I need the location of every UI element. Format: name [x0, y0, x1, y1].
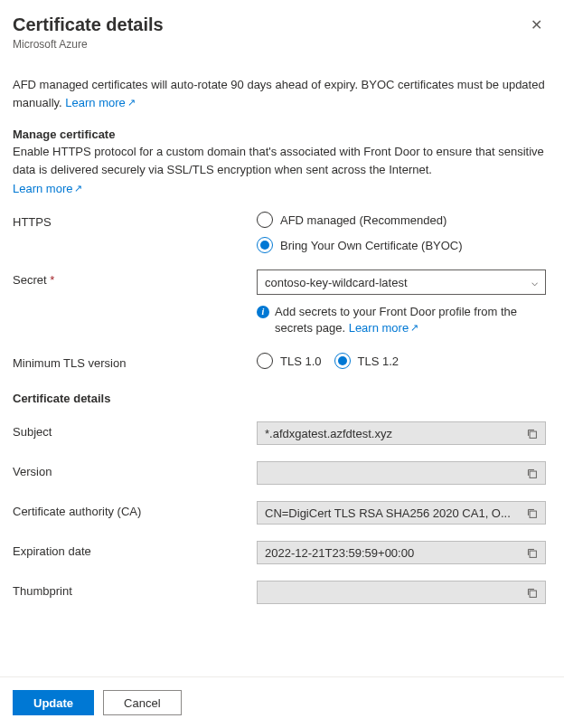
info-icon: i — [257, 306, 269, 318]
ca-field: CN=DigiCert TLS RSA SHA256 2020 CA1, O..… — [257, 501, 546, 525]
svg-rect-0 — [530, 431, 536, 438]
close-icon: ✕ — [531, 17, 542, 33]
copy-button[interactable] — [526, 468, 538, 479]
manage-learn-more-link[interactable]: Learn more↗ — [13, 182, 82, 195]
secret-label: Secret * — [13, 269, 257, 287]
https-label: HTTPS — [13, 212, 257, 229]
svg-rect-1 — [530, 471, 536, 477]
ca-value: CN=DigiCert TLS RSA SHA256 2020 CA1, O..… — [265, 506, 511, 520]
radio-label: AFD managed (Recommended) — [280, 213, 446, 227]
intro-learn-more-link[interactable]: Learn more↗ — [65, 96, 135, 109]
secret-value: contoso-key-wildcard-latest — [265, 276, 408, 289]
svg-rect-3 — [530, 551, 536, 557]
radio-label: TLS 1.0 — [280, 355, 322, 368]
manage-certificate-desc: Enable HTTPS protocol for a custom domai… — [13, 143, 546, 178]
update-button[interactable]: Update — [13, 690, 94, 715]
intro-description: AFD managed certificates will auto-rotat… — [13, 76, 546, 111]
thumbprint-field — [257, 581, 546, 604]
copy-button[interactable] — [526, 547, 538, 559]
external-link-icon: ↗ — [74, 183, 82, 194]
footer: Update Cancel — [0, 676, 564, 728]
version-label: Version — [13, 461, 257, 478]
radio-icon — [334, 353, 351, 369]
copy-button[interactable] — [526, 428, 538, 440]
copy-icon — [526, 587, 538, 599]
radio-icon — [257, 237, 273, 253]
svg-rect-4 — [530, 591, 536, 597]
chevron-down-icon: ⌵ — [531, 276, 538, 288]
copy-button[interactable] — [526, 587, 538, 599]
secret-info-text: Add secrets to your Front Door profile f… — [275, 304, 546, 336]
copy-icon — [526, 428, 538, 440]
panel-subtitle: Microsoft Azure — [13, 38, 546, 51]
subject-value: *.afdxgatest.azfdtest.xyz — [265, 427, 392, 440]
https-byoc-radio[interactable]: Bring Your Own Certificate (BYOC) — [257, 237, 546, 253]
radio-icon — [257, 212, 273, 228]
certificate-details-heading: Certificate details — [13, 392, 546, 405]
external-link-icon: ↗ — [410, 321, 418, 335]
subject-label: Subject — [13, 421, 257, 439]
radio-icon — [257, 353, 273, 369]
external-link-icon: ↗ — [127, 95, 136, 110]
https-afd-radio[interactable]: AFD managed (Recommended) — [257, 212, 546, 228]
secret-dropdown[interactable]: contoso-key-wildcard-latest ⌵ — [257, 269, 546, 295]
ca-label: Certificate authority (CA) — [13, 501, 257, 518]
subject-field: *.afdxgatest.azfdtest.xyz — [257, 421, 546, 445]
copy-icon — [526, 547, 538, 559]
copy-icon — [526, 468, 538, 479]
copy-icon — [526, 507, 538, 519]
manage-certificate-heading: Manage certificate — [13, 128, 546, 141]
cancel-button[interactable]: Cancel — [103, 690, 181, 715]
tls-10-radio[interactable]: TLS 1.0 — [257, 353, 322, 369]
expiration-value: 2022-12-21T23:59:59+00:00 — [265, 546, 414, 560]
radio-label: TLS 1.2 — [358, 355, 400, 368]
thumbprint-label: Thumbprint — [13, 581, 257, 598]
close-button[interactable]: ✕ — [527, 14, 546, 36]
expiration-label: Expiration date — [13, 541, 257, 558]
copy-button[interactable] — [526, 507, 538, 519]
secret-learn-more-link[interactable]: Learn more↗ — [349, 321, 418, 335]
expiration-field: 2022-12-21T23:59:59+00:00 — [257, 541, 546, 564]
version-field — [257, 461, 546, 485]
svg-rect-2 — [530, 511, 536, 517]
panel-title: Certificate details — [13, 14, 164, 35]
tls-label: Minimum TLS version — [13, 353, 257, 370]
tls-12-radio[interactable]: TLS 1.2 — [334, 353, 400, 369]
radio-label: Bring Your Own Certificate (BYOC) — [280, 239, 463, 252]
